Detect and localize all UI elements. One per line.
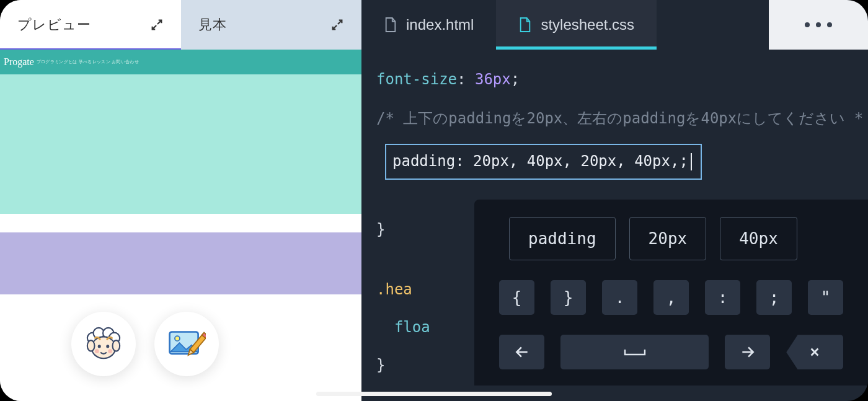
tab-preview-label: プレビュー [17, 15, 91, 34]
sheep-icon [84, 325, 123, 363]
css-property: floa [394, 319, 430, 336]
code-text: : [457, 71, 475, 88]
dot-icon [827, 22, 832, 27]
symbol-key[interactable]: , [653, 280, 689, 315]
preview-hero-block [0, 74, 361, 214]
css-comment: /* 上下のpaddingを20px、左右のpaddingを40pxにしてくださ… [376, 110, 863, 127]
svg-point-8 [92, 337, 116, 358]
floating-buttons [71, 312, 219, 376]
more-menu-button[interactable] [769, 0, 868, 50]
tab-preview[interactable]: プレビュー [0, 0, 181, 50]
preview-section-block [0, 232, 361, 294]
tab-stylesheet-css[interactable]: stylesheet.css [496, 0, 657, 50]
suggestion-key[interactable]: padding [509, 217, 616, 260]
text-cursor [691, 153, 692, 170]
keyboard-symbol-row: { } . , : ; " [499, 280, 843, 315]
space-key[interactable] [560, 335, 709, 369]
arrow-right-key[interactable] [725, 335, 770, 369]
arrow-left-icon [514, 344, 530, 360]
svg-point-9 [87, 340, 95, 351]
code-editor[interactable]: font-size: 36px; /* 上下のpaddingを20px、左右のp… [361, 50, 868, 401]
right-pane: index.html stylesheet.css font-size: 36p… [361, 0, 868, 401]
css-property: font-size [376, 71, 457, 88]
preview-header: Progate プログラミングとは 学べるレッスン お問い合わせ [0, 50, 361, 74]
tab-index-html[interactable]: index.html [361, 0, 496, 50]
code-line: font-size: 36px; [376, 68, 853, 91]
symbol-key[interactable]: . [602, 280, 637, 315]
left-pane: プレビュー 見本 Prog [0, 0, 361, 401]
suggestion-key[interactable]: 20px [629, 217, 707, 260]
preview-logo: Progate [4, 56, 34, 68]
close-icon [807, 344, 823, 360]
preview-gap [0, 214, 361, 232]
file-icon [518, 17, 532, 33]
example-image-button[interactable] [154, 312, 219, 376]
code-input-value: padding: 20px, 40px, 20px, 40px,; [392, 152, 688, 170]
symbol-key[interactable]: ; [756, 280, 792, 315]
left-tab-bar: プレビュー 見本 [0, 0, 361, 50]
css-value: 36px [475, 71, 511, 88]
code-comment-line: /* 上下のpaddingを20px、左右のpaddingを40pxにしてくださ… [376, 107, 853, 130]
svg-point-14 [108, 349, 112, 353]
svg-point-10 [113, 340, 120, 351]
keyboard-suggestion-row: padding 20px 40px [499, 217, 843, 260]
svg-point-13 [95, 349, 99, 353]
code-text: } [376, 356, 385, 374]
svg-point-12 [106, 345, 109, 348]
tab-sample-label: 見本 [198, 15, 227, 34]
tab-sample[interactable]: 見本 [181, 0, 362, 50]
dot-icon [816, 22, 821, 27]
symbol-key[interactable]: " [808, 280, 843, 315]
backspace-key[interactable] [786, 335, 843, 369]
svg-point-16 [175, 336, 180, 341]
arrow-left-key[interactable] [499, 335, 544, 369]
home-indicator[interactable] [316, 392, 552, 396]
keyboard-panel: padding 20px 40px { } . , : ; " [474, 200, 868, 386]
image-edit-icon [167, 328, 206, 360]
symbol-key[interactable]: : [705, 280, 740, 315]
preview-area: Progate プログラミングとは 学べるレッスン お問い合わせ [0, 50, 361, 401]
tab-stylesheet-css-label: stylesheet.css [541, 16, 634, 33]
file-icon [384, 17, 397, 33]
expand-icon[interactable] [330, 18, 344, 32]
code-text: ; [511, 71, 520, 88]
tab-index-html-label: index.html [406, 16, 474, 33]
hint-character-button[interactable] [71, 312, 136, 376]
expand-icon[interactable] [150, 18, 164, 32]
code-text: } [376, 221, 385, 238]
space-icon [622, 344, 647, 360]
preview-submenu: プログラミングとは 学べるレッスン お問い合わせ [37, 59, 139, 65]
css-selector: .hea [376, 281, 412, 298]
symbol-key[interactable]: } [551, 280, 586, 315]
dot-icon [805, 22, 810, 27]
symbol-key[interactable]: { [499, 280, 534, 315]
editor-tab-bar: index.html stylesheet.css [361, 0, 868, 50]
suggestion-key[interactable]: 40px [720, 217, 797, 260]
keyboard-bottom-row [499, 335, 843, 369]
svg-point-11 [98, 345, 101, 348]
app-root: プレビュー 見本 Prog [0, 0, 868, 401]
code-input-box[interactable]: padding: 20px, 40px, 20px, 40px,; [385, 144, 702, 179]
arrow-right-icon [740, 344, 756, 360]
